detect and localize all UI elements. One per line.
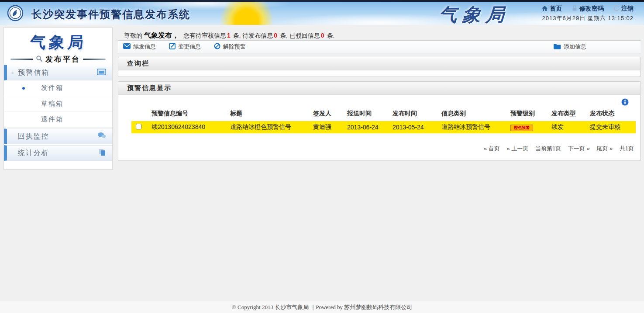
pagination-next[interactable]: 下一页 » xyxy=(568,145,590,152)
cell-publish-type: 续发 xyxy=(550,121,588,133)
sidebar-item-warning-inbox[interactable]: - 预警信箱 xyxy=(4,65,112,80)
pending-review-count: 1 xyxy=(227,32,231,39)
edit-icon xyxy=(169,43,176,51)
col-submit-time: 报送时间 xyxy=(345,106,391,121)
sidebar-logo-title: 气象局 xyxy=(29,32,87,53)
main-content: 尊敬的气象发布， 您有待审核信息1 条, 待发布信息0 条, 已驳回信息0 条.… xyxy=(118,27,641,161)
logout-link[interactable]: 注销 xyxy=(613,5,634,13)
report-pages-icon xyxy=(98,149,106,158)
cell-submit-time: 2013-06-24 xyxy=(345,121,391,133)
query-panel: 查询栏 xyxy=(118,57,641,77)
pagination: « 首页 « 上一页 当前第1页 下一页 » 尾页 » 共1页 xyxy=(118,133,640,154)
sidebar-item-statistics[interactable]: 统计分析 xyxy=(4,145,112,161)
toolbar: 续发信息 变更信息 解除预警 xyxy=(118,40,641,53)
decor-line xyxy=(83,59,106,60)
warning-list-panel: 预警信息显示 预警信息编号 标题 签发人 xyxy=(118,81,641,161)
warning-level-badge: 橙色预警 xyxy=(510,125,533,131)
cell-issuer: 黄迪强 xyxy=(311,121,345,133)
brand-title: 气象局 xyxy=(438,3,510,27)
chat-bubbles-icon xyxy=(97,132,106,141)
cell-category: 道路结冰预警信号 xyxy=(440,121,509,133)
lock-icon xyxy=(572,5,578,13)
cell-publish-time: 2013-05-24 xyxy=(391,121,440,133)
folder-icon xyxy=(553,43,561,51)
resend-info-button[interactable]: 续发信息 xyxy=(123,43,156,51)
col-warning-id: 预警信息编号 xyxy=(150,106,228,121)
prohibit-icon xyxy=(214,43,220,51)
pagination-total: 共1页 xyxy=(620,145,634,152)
col-status: 发布状态 xyxy=(588,106,636,121)
add-info-button[interactable]: 添加信息 xyxy=(553,43,586,51)
magnifier-icon xyxy=(36,55,43,64)
mailbox-icon xyxy=(97,69,106,77)
change-info-button[interactable]: 变更信息 xyxy=(169,43,201,51)
pagination-last[interactable]: 尾页 » xyxy=(596,145,613,152)
home-link[interactable]: 首页 xyxy=(541,5,562,13)
col-issuer: 签发人 xyxy=(311,106,345,121)
sidebar-item-outbox[interactable]: 发件箱 xyxy=(4,80,112,96)
sidebar-logo-subtitle: 发布平台 xyxy=(45,54,80,64)
sidebar-item-returned[interactable]: 退件箱 xyxy=(4,112,112,128)
col-level: 预警级别 xyxy=(509,106,550,121)
agency-logo-icon xyxy=(7,5,24,21)
info-icon[interactable] xyxy=(621,98,629,108)
system-title: 长沙突发事件预警信息发布系统 xyxy=(31,7,190,21)
cancel-warning-button[interactable]: 解除预警 xyxy=(214,43,246,51)
warning-list-title: 预警信息显示 xyxy=(118,82,640,95)
home-icon xyxy=(541,5,548,13)
footer-copyright: © Copyright 2013 长沙市气象局 ｜Powered by 苏州梦图… xyxy=(0,301,644,313)
pagination-current: 当前第1页 xyxy=(535,145,561,152)
collapse-marker: - xyxy=(11,69,14,77)
cell-status: 提交未审核 xyxy=(588,121,636,133)
sidebar: 气象局 发布平台 - 预警信箱 发件箱 草稿箱 xyxy=(3,27,113,170)
pagination-prev[interactable]: « 上一页 xyxy=(507,145,529,152)
col-title: 标题 xyxy=(228,106,311,121)
col-publish-time: 发布时间 xyxy=(391,106,440,121)
table-row[interactable]: 续20130624023840 道路结冰橙色预警信号 黄迪强 2013-06-2… xyxy=(131,121,636,133)
cell-title[interactable]: 道路结冰橙色预警信号 xyxy=(228,121,311,133)
header-datetime: 2013年6月29日 星期六 13:15:02 xyxy=(542,14,634,22)
pagination-first[interactable]: « 首页 xyxy=(484,145,500,152)
greeting-message: 尊敬的气象发布， 您有待审核信息1 条, 待发布信息0 条, 已驳回信息0 条. xyxy=(118,27,641,40)
row-checkbox[interactable] xyxy=(136,124,141,129)
sidebar-logo: 气象局 发布平台 xyxy=(4,28,112,65)
active-dot xyxy=(22,87,25,90)
sidebar-item-drafts[interactable]: 草稿箱 xyxy=(4,96,112,112)
cell-warning-id: 续20130624023840 xyxy=(150,121,228,133)
col-publish-type: 发布类型 xyxy=(550,106,588,121)
table-header-row: 预警信息编号 标题 签发人 报送时间 发布时间 信息类别 预警级别 发布类型 发… xyxy=(131,106,636,121)
pending-publish-count: 0 xyxy=(274,32,277,39)
decor-line xyxy=(10,59,33,60)
change-password-link[interactable]: 修改密码 xyxy=(572,5,604,13)
greeting-username: 气象发布， xyxy=(144,31,179,39)
col-category: 信息类别 xyxy=(440,106,509,121)
sidebar-item-receipt-monitor[interactable]: 回执监控 xyxy=(4,129,112,144)
envelope-icon xyxy=(123,43,131,50)
header: 长沙突发事件预警信息发布系统 气象局 首页 修改密码 xyxy=(0,0,644,25)
logout-icon xyxy=(613,5,620,13)
rejected-count: 0 xyxy=(321,32,324,39)
top-nav: 首页 修改密码 注销 xyxy=(541,5,634,13)
warning-table: 预警信息编号 标题 签发人 报送时间 发布时间 信息类别 预警级别 发布类型 发… xyxy=(131,106,636,133)
query-panel-title[interactable]: 查询栏 xyxy=(118,57,640,70)
